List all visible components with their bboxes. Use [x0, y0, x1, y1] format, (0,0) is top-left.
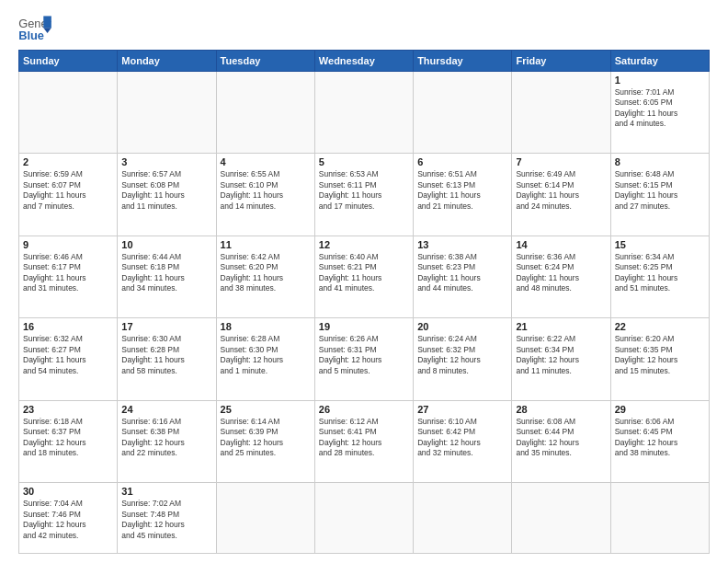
day-number: 22 [615, 321, 705, 332]
calendar-week-row: 2Sunrise: 6:59 AM Sunset: 6:07 PM Daylig… [19, 154, 710, 236]
day-number: 18 [221, 321, 311, 332]
day-number: 4 [221, 156, 311, 167]
calendar-week-row: 30Sunrise: 7:04 AM Sunset: 7:46 PM Dayli… [19, 483, 710, 554]
day-info: Sunrise: 6:32 AM Sunset: 6:27 PM Dayligh… [23, 334, 113, 376]
calendar-day-cell: 1Sunrise: 7:01 AM Sunset: 6:05 PM Daylig… [610, 72, 709, 154]
day-info: Sunrise: 6:14 AM Sunset: 6:39 PM Dayligh… [221, 417, 311, 459]
day-info: Sunrise: 7:04 AM Sunset: 7:46 PM Dayligh… [23, 499, 113, 541]
calendar-day-cell [118, 72, 216, 154]
weekday-header-wednesday: Wednesday [314, 51, 413, 72]
calendar-day-cell [314, 483, 413, 554]
day-info: Sunrise: 6:18 AM Sunset: 6:37 PM Dayligh… [23, 417, 113, 459]
calendar-day-cell: 14Sunrise: 6:36 AM Sunset: 6:24 PM Dayli… [512, 236, 610, 317]
calendar-day-cell: 27Sunrise: 6:10 AM Sunset: 6:42 PM Dayli… [414, 400, 512, 482]
day-number: 17 [121, 321, 211, 332]
day-info: Sunrise: 7:02 AM Sunset: 7:48 PM Dayligh… [121, 499, 211, 541]
day-number: 19 [319, 321, 409, 332]
calendar-day-cell [414, 483, 512, 554]
calendar-day-cell: 4Sunrise: 6:55 AM Sunset: 6:10 PM Daylig… [216, 154, 314, 236]
day-info: Sunrise: 6:26 AM Sunset: 6:31 PM Dayligh… [319, 334, 409, 376]
day-info: Sunrise: 6:59 AM Sunset: 6:07 PM Dayligh… [23, 169, 113, 212]
day-number: 1 [615, 75, 705, 86]
day-number: 2 [23, 156, 113, 167]
page: General Blue SundayMondayTuesdayWednesda… [0, 0, 728, 563]
day-info: Sunrise: 6:24 AM Sunset: 6:32 PM Dayligh… [417, 334, 507, 376]
calendar-day-cell [512, 483, 610, 554]
header: General Blue [18, 15, 710, 42]
day-info: Sunrise: 6:48 AM Sunset: 6:15 PM Dayligh… [615, 169, 705, 212]
calendar-day-cell [216, 72, 314, 154]
calendar-day-cell [414, 72, 512, 154]
day-info: Sunrise: 6:20 AM Sunset: 6:35 PM Dayligh… [615, 334, 705, 376]
day-info: Sunrise: 6:40 AM Sunset: 6:21 PM Dayligh… [319, 252, 409, 294]
day-info: Sunrise: 6:10 AM Sunset: 6:42 PM Dayligh… [417, 417, 507, 459]
day-number: 16 [23, 321, 113, 332]
calendar-day-cell: 12Sunrise: 6:40 AM Sunset: 6:21 PM Dayli… [314, 236, 413, 317]
calendar-day-cell: 31Sunrise: 7:02 AM Sunset: 7:48 PM Dayli… [118, 483, 216, 554]
day-info: Sunrise: 6:22 AM Sunset: 6:34 PM Dayligh… [516, 334, 606, 376]
calendar-day-cell: 18Sunrise: 6:28 AM Sunset: 6:30 PM Dayli… [216, 318, 314, 400]
calendar-day-cell [512, 72, 610, 154]
day-number: 7 [516, 156, 606, 167]
svg-marker-2 [43, 16, 51, 28]
logo: General Blue [18, 15, 51, 42]
calendar-day-cell [610, 483, 709, 554]
weekday-header-sunday: Sunday [19, 51, 118, 72]
weekday-header-tuesday: Tuesday [216, 51, 314, 72]
day-number: 3 [121, 156, 211, 167]
calendar-day-cell: 10Sunrise: 6:44 AM Sunset: 6:18 PM Dayli… [118, 236, 216, 317]
calendar-day-cell: 30Sunrise: 7:04 AM Sunset: 7:46 PM Dayli… [19, 483, 118, 554]
day-number: 27 [417, 404, 507, 415]
day-number: 11 [221, 239, 311, 250]
calendar-day-cell: 17Sunrise: 6:30 AM Sunset: 6:28 PM Dayli… [118, 318, 216, 400]
calendar-day-cell: 26Sunrise: 6:12 AM Sunset: 6:41 PM Dayli… [314, 400, 413, 482]
calendar-week-row: 16Sunrise: 6:32 AM Sunset: 6:27 PM Dayli… [19, 318, 710, 400]
day-info: Sunrise: 6:16 AM Sunset: 6:38 PM Dayligh… [121, 417, 211, 459]
day-info: Sunrise: 6:36 AM Sunset: 6:24 PM Dayligh… [516, 252, 606, 294]
day-number: 29 [615, 404, 705, 415]
day-info: Sunrise: 6:38 AM Sunset: 6:23 PM Dayligh… [417, 252, 507, 294]
day-info: Sunrise: 6:12 AM Sunset: 6:41 PM Dayligh… [319, 417, 409, 459]
weekday-header-saturday: Saturday [610, 51, 709, 72]
calendar-day-cell: 3Sunrise: 6:57 AM Sunset: 6:08 PM Daylig… [118, 154, 216, 236]
calendar-day-cell [216, 483, 314, 554]
calendar-day-cell: 2Sunrise: 6:59 AM Sunset: 6:07 PM Daylig… [19, 154, 118, 236]
day-info: Sunrise: 6:44 AM Sunset: 6:18 PM Dayligh… [121, 252, 211, 294]
day-number: 12 [319, 239, 409, 250]
day-number: 8 [615, 156, 705, 167]
calendar-week-row: 23Sunrise: 6:18 AM Sunset: 6:37 PM Dayli… [19, 400, 710, 482]
day-number: 14 [516, 239, 606, 250]
day-number: 23 [23, 404, 113, 415]
generalblue-logo-icon: General Blue [18, 15, 51, 42]
calendar-day-cell: 22Sunrise: 6:20 AM Sunset: 6:35 PM Dayli… [610, 318, 709, 400]
day-number: 15 [615, 239, 705, 250]
weekday-header-monday: Monday [118, 51, 216, 72]
calendar-week-row: 1Sunrise: 7:01 AM Sunset: 6:05 PM Daylig… [19, 72, 710, 154]
day-number: 10 [121, 239, 211, 250]
weekday-header-thursday: Thursday [414, 51, 512, 72]
day-number: 31 [121, 486, 211, 497]
day-info: Sunrise: 6:06 AM Sunset: 6:45 PM Dayligh… [615, 417, 705, 459]
weekday-header-friday: Friday [512, 51, 610, 72]
calendar-day-cell: 6Sunrise: 6:51 AM Sunset: 6:13 PM Daylig… [414, 154, 512, 236]
calendar-day-cell: 19Sunrise: 6:26 AM Sunset: 6:31 PM Dayli… [314, 318, 413, 400]
day-number: 25 [221, 404, 311, 415]
calendar-day-cell: 16Sunrise: 6:32 AM Sunset: 6:27 PM Dayli… [19, 318, 118, 400]
day-info: Sunrise: 6:53 AM Sunset: 6:11 PM Dayligh… [319, 169, 409, 212]
calendar-day-cell: 15Sunrise: 6:34 AM Sunset: 6:25 PM Dayli… [610, 236, 709, 317]
svg-text:Blue: Blue [18, 29, 44, 42]
calendar-day-cell: 9Sunrise: 6:46 AM Sunset: 6:17 PM Daylig… [19, 236, 118, 317]
calendar-day-cell [314, 72, 413, 154]
calendar-day-cell: 20Sunrise: 6:24 AM Sunset: 6:32 PM Dayli… [414, 318, 512, 400]
calendar-day-cell: 13Sunrise: 6:38 AM Sunset: 6:23 PM Dayli… [414, 236, 512, 317]
day-number: 5 [319, 156, 409, 167]
day-info: Sunrise: 6:30 AM Sunset: 6:28 PM Dayligh… [121, 334, 211, 376]
calendar-day-cell: 8Sunrise: 6:48 AM Sunset: 6:15 PM Daylig… [610, 154, 709, 236]
day-info: Sunrise: 6:42 AM Sunset: 6:20 PM Dayligh… [221, 252, 311, 294]
day-info: Sunrise: 6:34 AM Sunset: 6:25 PM Dayligh… [615, 252, 705, 294]
day-number: 6 [417, 156, 507, 167]
calendar-day-cell: 11Sunrise: 6:42 AM Sunset: 6:20 PM Dayli… [216, 236, 314, 317]
calendar-day-cell: 5Sunrise: 6:53 AM Sunset: 6:11 PM Daylig… [314, 154, 413, 236]
calendar-day-cell: 21Sunrise: 6:22 AM Sunset: 6:34 PM Dayli… [512, 318, 610, 400]
day-number: 20 [417, 321, 507, 332]
